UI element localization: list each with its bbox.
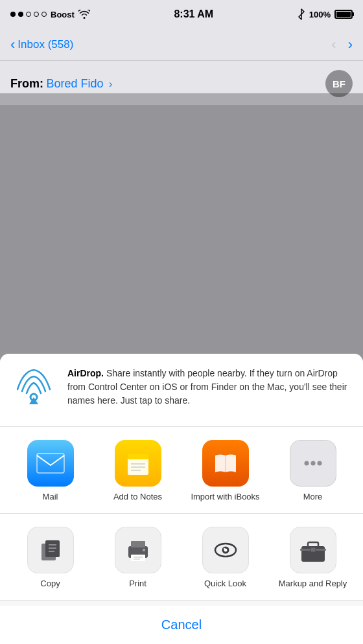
markup-icon (290, 527, 336, 573)
svg-rect-27 (308, 542, 318, 547)
svg-rect-19 (143, 549, 145, 551)
from-section: From: Bored Fido › (10, 77, 112, 91)
svg-point-10 (317, 461, 322, 466)
status-time: 8:31 AM (174, 8, 213, 20)
prev-arrow-icon[interactable]: ‹ (331, 36, 336, 53)
dot-5 (41, 12, 47, 17)
action-print-item[interactable]: Print (99, 527, 177, 590)
battery-percent: 100% (309, 10, 331, 19)
svg-point-8 (304, 461, 309, 466)
svg-rect-3 (128, 458, 148, 475)
share-sheet-overlay: AirDrop. Share instantly with people nea… (0, 93, 363, 644)
svg-rect-29 (310, 547, 316, 552)
status-bar: Boost 8:31 AM 100% (0, 0, 363, 29)
next-arrow-icon[interactable]: › (348, 36, 353, 53)
print-label: Print (129, 579, 146, 590)
status-left: Boost (10, 10, 90, 19)
cancel-row: Cancel (0, 606, 363, 644)
svg-point-9 (310, 461, 315, 466)
airdrop-desc-text: Share instantly with people nearby. If t… (67, 368, 347, 406)
ibooks-icon (202, 440, 249, 487)
notes-label: Add to Notes (113, 492, 162, 503)
markup-label: Markup and Reply (279, 579, 347, 590)
share-ibooks-item[interactable]: Import with iBooks (190, 440, 261, 503)
signal-dots (10, 12, 47, 17)
airdrop-title: AirDrop. (67, 368, 104, 378)
copy-icon (27, 527, 74, 573)
quicklook-label: Quick Look (204, 579, 246, 590)
status-right: 100% (298, 8, 353, 20)
nav-arrows: ‹ › (331, 36, 353, 53)
battery-fill (336, 12, 351, 17)
wifi-icon (78, 10, 90, 19)
bluetooth-icon (298, 8, 305, 20)
sender-name[interactable]: Bored Fido (46, 77, 103, 90)
airdrop-section: AirDrop. Share instantly with people nea… (0, 354, 363, 427)
action-quicklook-item[interactable]: Quick Look (187, 527, 264, 590)
share-sheet: AirDrop. Share instantly with people nea… (0, 354, 363, 644)
mail-label: Mail (43, 492, 58, 503)
dot-1 (10, 12, 16, 17)
notes-icon (115, 440, 161, 487)
dot-2 (18, 12, 23, 17)
share-mail-item[interactable]: Mail (15, 440, 86, 503)
back-chevron-icon: ‹ (10, 38, 15, 52)
copy-label: Copy (40, 579, 60, 590)
battery-icon (334, 10, 353, 19)
cancel-button[interactable]: Cancel (0, 606, 363, 644)
inbox-label: Inbox (558) (18, 38, 73, 51)
svg-point-25 (223, 548, 224, 549)
action-markup-item[interactable]: Markup and Reply (274, 527, 352, 590)
carrier-label: Boost (51, 10, 75, 19)
more-label: More (303, 492, 323, 503)
nav-bar: ‹ Inbox (558) ‹ › (0, 29, 363, 61)
svg-rect-1 (37, 454, 64, 473)
svg-rect-17 (131, 541, 145, 547)
svg-rect-12 (45, 540, 60, 557)
svg-rect-2 (37, 454, 64, 473)
back-button[interactable]: ‹ Inbox (558) (10, 38, 73, 52)
action-copy-item[interactable]: Copy (12, 527, 89, 590)
action-row: Copy Print (0, 514, 363, 601)
app-row: Mail Add to Notes (0, 427, 363, 514)
svg-rect-18 (131, 555, 145, 561)
dot-4 (34, 12, 39, 17)
dot-3 (26, 12, 31, 17)
svg-rect-4 (128, 454, 148, 459)
sender-chevron-icon: › (109, 78, 112, 89)
from-label: From: (10, 77, 43, 90)
airdrop-icon (10, 367, 57, 413)
share-more-item[interactable]: More (277, 440, 349, 503)
airdrop-description: AirDrop. Share instantly with people nea… (67, 367, 353, 408)
print-icon (115, 527, 161, 573)
mail-icon (27, 440, 74, 487)
share-notes-item[interactable]: Add to Notes (102, 440, 174, 503)
ibooks-label: Import with iBooks (191, 492, 259, 503)
more-icon (290, 440, 336, 487)
quicklook-icon (202, 527, 249, 573)
